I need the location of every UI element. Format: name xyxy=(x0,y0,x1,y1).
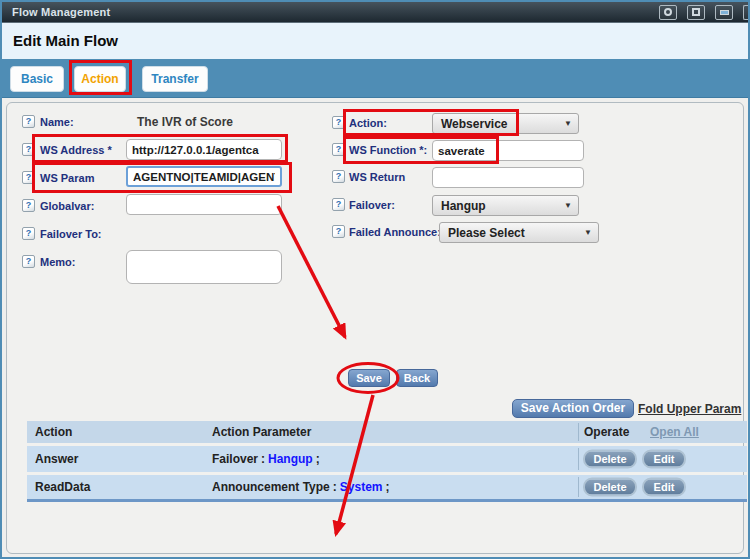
globalvar-label: Globalvar: xyxy=(40,200,94,212)
ws-return-input[interactable] xyxy=(432,167,584,188)
header-action-parameter: Action Parameter xyxy=(212,425,311,439)
name-label: Name: xyxy=(40,116,74,128)
fold-upper-param-link[interactable]: Fold Upper Param xyxy=(638,402,741,416)
action-select[interactable]: Webservice ▼ xyxy=(432,113,579,134)
chevron-down-icon: ▼ xyxy=(564,201,572,210)
tab-transfer[interactable]: Transfer xyxy=(142,66,208,92)
ws-address-label: WS Address * xyxy=(40,144,112,156)
row-action-parameter: Announcement Type:System; xyxy=(212,480,390,494)
header-action: Action xyxy=(35,425,72,439)
back-button[interactable]: Back xyxy=(396,369,438,387)
ws-return-label: WS Return xyxy=(349,171,405,183)
param-terminator: ; xyxy=(386,480,390,494)
ws-param-input[interactable] xyxy=(126,166,282,187)
memo-textarea[interactable] xyxy=(126,250,282,284)
ws-function-input[interactable] xyxy=(432,140,584,161)
window-titlebar: Flow Management xyxy=(2,2,748,22)
page-header: Edit Main Flow xyxy=(2,22,748,59)
action-label: Action: xyxy=(349,117,387,129)
help-icon-globalvar[interactable]: ? xyxy=(22,199,35,212)
window-controls xyxy=(659,4,748,20)
help-icon-action[interactable]: ? xyxy=(332,116,345,129)
edit-button[interactable]: Edit xyxy=(642,478,686,497)
delete-button[interactable]: Delete xyxy=(583,478,637,497)
page-title: Edit Main Flow xyxy=(13,32,748,49)
flow-management-window: Flow Management Edit Main Flow Basic Act… xyxy=(0,0,750,559)
fullscreen-icon[interactable] xyxy=(687,5,705,20)
action-table-header: Action Action Parameter Operate Open All xyxy=(27,421,747,443)
chevron-down-icon: ▼ xyxy=(584,228,592,237)
open-all-link[interactable]: Open All xyxy=(650,425,699,439)
help-icon-ws-address[interactable]: ? xyxy=(22,143,35,156)
param-separator: : xyxy=(333,480,337,494)
record-circle-icon[interactable] xyxy=(659,5,677,20)
row-action-parameter: Failover:Hangup; xyxy=(212,452,320,466)
tab-basic[interactable]: Basic xyxy=(10,66,64,92)
param-value-link[interactable]: Hangup xyxy=(268,452,313,466)
edit-button[interactable]: Edit xyxy=(642,450,686,469)
help-icon-ws-function[interactable]: ? xyxy=(332,143,345,156)
param-value-link[interactable]: System xyxy=(340,480,383,494)
help-icon-failed-announce[interactable]: ? xyxy=(332,225,345,238)
help-icon-ws-return[interactable]: ? xyxy=(332,170,345,183)
ws-param-label: WS Param xyxy=(40,172,94,184)
param-label: Failover xyxy=(212,452,258,466)
globalvar-input[interactable] xyxy=(126,194,282,215)
tab-bar: Basic Action Transfer xyxy=(2,59,748,98)
help-icon-failover[interactable]: ? xyxy=(332,198,345,211)
help-icon-name[interactable]: ? xyxy=(22,115,35,128)
action-select-value: Webservice xyxy=(441,117,508,131)
ws-address-input[interactable] xyxy=(126,139,282,160)
failover-to-label: Failover To: xyxy=(40,228,102,240)
row-action-name: Answer xyxy=(35,452,78,466)
chevron-down-icon: ▼ xyxy=(564,119,572,128)
param-terminator: ; xyxy=(316,452,320,466)
save-action-order-button[interactable]: Save Action Order xyxy=(512,399,634,418)
failed-announce-label: Failed Announce: xyxy=(349,226,441,238)
failed-announce-select[interactable]: Please Select ▼ xyxy=(439,222,599,243)
restore-window-icon[interactable] xyxy=(715,5,733,20)
delete-button[interactable]: Delete xyxy=(583,450,637,469)
clipped-window-icon[interactable] xyxy=(743,5,750,20)
failover-label: Failover: xyxy=(349,199,395,211)
failover-select-value: Hangup xyxy=(441,199,486,213)
column-divider xyxy=(578,423,579,441)
tab-action[interactable]: Action xyxy=(74,66,126,92)
memo-label: Memo: xyxy=(40,256,75,268)
window-title: Flow Management xyxy=(12,6,110,18)
ws-function-label: WS Function *: xyxy=(349,144,427,156)
help-icon-ws-param[interactable]: ? xyxy=(22,171,35,184)
column-divider xyxy=(578,448,579,470)
help-icon-memo[interactable]: ? xyxy=(22,255,35,268)
failed-announce-select-value: Please Select xyxy=(448,226,525,240)
header-operate: Operate xyxy=(584,425,629,439)
param-label: Announcement Type xyxy=(212,480,330,494)
help-icon-failover-to[interactable]: ? xyxy=(22,227,35,240)
row-action-name: ReadData xyxy=(35,480,90,494)
table-row-readdata: ReadData Announcement Type:System; Delet… xyxy=(27,475,747,502)
column-divider xyxy=(578,477,579,497)
name-value: The IVR of Score xyxy=(137,115,233,129)
save-button[interactable]: Save xyxy=(348,369,390,387)
table-row-answer: Answer Failover:Hangup; Delete Edit xyxy=(27,446,747,472)
param-separator: : xyxy=(261,452,265,466)
failover-select[interactable]: Hangup ▼ xyxy=(432,195,579,216)
